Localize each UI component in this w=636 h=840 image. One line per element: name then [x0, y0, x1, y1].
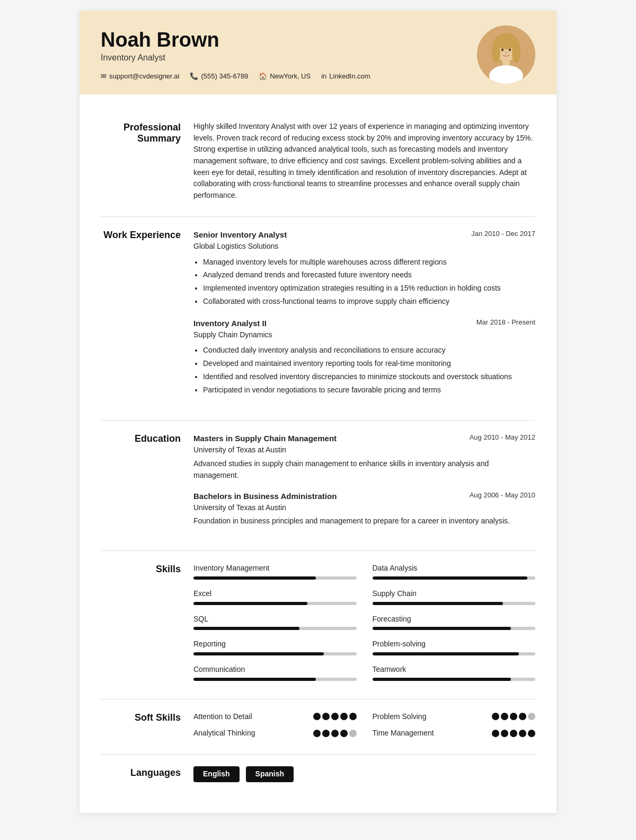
skill-name: Inventory Management: [193, 563, 357, 574]
skill-item: Communication: [193, 664, 357, 681]
work-content: Senior Inventory Analyst Jan 2010 - Dec …: [193, 229, 535, 405]
job-1-bullets: Managed inventory levels for multiple wa…: [203, 257, 535, 308]
languages-section: Languages EnglishSpanish: [101, 766, 535, 782]
svg-point-7: [512, 43, 520, 63]
skill-item: Inventory Management: [193, 563, 357, 580]
soft-skill-name: Problem Solving: [373, 711, 427, 723]
summary-label: Professional Summary: [101, 121, 193, 202]
job-2-header: Inventory Analyst II Mar 2018 - Present: [193, 317, 535, 329]
svg-point-9: [509, 49, 511, 51]
job-1-company: Global Logistics Solutions: [193, 241, 535, 252]
skill-name: Problem-solving: [373, 638, 536, 650]
skill-item: Supply Chain: [373, 588, 536, 605]
soft-skill-name: Attention to Detail: [193, 711, 252, 723]
language-tag: Spanish: [246, 766, 294, 782]
skill-bar-bg: [193, 576, 357, 580]
skill-dots: [313, 730, 357, 737]
list-item: Analyzed demand trends and forecasted fu…: [203, 269, 535, 281]
soft-skill-item: Analytical Thinking: [193, 728, 357, 739]
candidate-title: Inventory Analyst: [101, 53, 477, 63]
skill-item: Forecasting: [373, 614, 536, 631]
filled-dot: [313, 730, 321, 737]
edu-2-institution: University of Texas at Austin: [193, 502, 535, 514]
filled-dot: [349, 713, 357, 720]
skill-item: Problem-solving: [373, 638, 536, 655]
location-contact: 🏠 NewYork, US: [259, 72, 311, 80]
email-contact: ✉ support@cvdesigner.ai: [101, 72, 179, 80]
skill-name: Data Analysis: [373, 563, 536, 574]
skill-bar-fill: [373, 602, 503, 605]
skill-bar-fill: [373, 576, 527, 580]
skill-name: Forecasting: [373, 614, 536, 625]
divider-3: [101, 550, 535, 551]
filled-dot: [322, 730, 330, 737]
resume-body: Professional Summary Highly skilled Inve…: [80, 105, 556, 813]
list-item: Managed inventory levels for multiple wa…: [203, 257, 535, 268]
skill-name: Communication: [193, 664, 357, 676]
filled-dot: [340, 713, 348, 720]
job-2-title: Inventory Analyst II: [193, 317, 267, 329]
skill-bar-bg: [193, 678, 357, 681]
filled-dot: [313, 713, 321, 720]
soft-skill-name: Time Management: [373, 728, 434, 739]
edu-2-header: Bachelors in Business Administration Aug…: [193, 490, 535, 502]
contact-info: ✉ support@cvdesigner.ai 📞 (555) 345-6789…: [101, 72, 477, 80]
languages-list: EnglishSpanish: [193, 766, 535, 782]
soft-skill-item: Problem Solving: [373, 711, 536, 723]
edu-2-description: Foundation in business principles and ma…: [193, 515, 535, 527]
job-2-bullets: Conducted daily inventory analysis and r…: [203, 345, 535, 396]
soft-skills-grid: Attention to DetailProblem SolvingAnalyt…: [193, 711, 535, 739]
edu-1-dates: Aug 2010 - May 2012: [470, 432, 535, 443]
education-label: Education: [101, 432, 193, 536]
skill-bar-bg: [193, 627, 357, 630]
list-item: Conducted daily inventory analysis and r…: [203, 345, 535, 356]
skill-bar-fill: [373, 627, 511, 630]
filled-dot: [492, 713, 499, 720]
edu-1-degree: Masters in Supply Chain Management: [193, 432, 337, 444]
linkedin-contact: in LinkedIn.com: [321, 72, 370, 80]
skill-bar-bg: [193, 652, 357, 655]
filled-dot: [501, 730, 508, 737]
edu-1-description: Advanced studies in supply chain managem…: [193, 458, 535, 481]
summary-section: Professional Summary Highly skilled Inve…: [101, 121, 535, 202]
skill-item: Teamwork: [373, 664, 536, 681]
filled-dot: [501, 713, 508, 720]
skills-section: Skills Inventory Management Data Analysi…: [101, 563, 535, 684]
skill-name: Excel: [193, 588, 357, 600]
skill-bar-fill: [193, 652, 324, 655]
divider-1: [101, 216, 535, 217]
soft-skill-name: Analytical Thinking: [193, 728, 255, 739]
list-item: Collaborated with cross-functional teams…: [203, 296, 535, 308]
svg-point-6: [492, 43, 500, 63]
empty-dot: [528, 713, 535, 720]
skills-grid: Inventory Management Data Analysis Excel…: [193, 563, 535, 684]
header-left: Noah Brown Inventory Analyst ✉ support@c…: [101, 29, 477, 81]
empty-dot: [349, 730, 357, 737]
filled-dot: [510, 713, 517, 720]
skill-item: Reporting: [193, 638, 357, 655]
work-experience-section: Work Experience Senior Inventory Analyst…: [101, 229, 535, 405]
job-1-title: Senior Inventory Analyst: [193, 229, 287, 241]
skill-bar-bg: [193, 602, 357, 605]
filled-dot: [510, 730, 517, 737]
skill-bar-bg: [373, 652, 536, 655]
linkedin-icon: in: [321, 72, 326, 80]
filled-dot: [492, 730, 499, 737]
skills-content: Inventory Management Data Analysis Excel…: [193, 563, 535, 684]
resume-header: Noah Brown Inventory Analyst ✉ support@c…: [80, 11, 556, 94]
skill-bar-fill: [193, 627, 299, 630]
divider-5: [101, 754, 535, 755]
svg-point-8: [501, 49, 504, 51]
candidate-name: Noah Brown: [101, 29, 477, 51]
skill-bar-fill: [373, 678, 511, 681]
soft-skill-item: Attention to Detail: [193, 711, 357, 723]
divider-4: [101, 699, 535, 699]
languages-content: EnglishSpanish: [193, 766, 535, 782]
education-content: Masters in Supply Chain Management Aug 2…: [193, 432, 535, 536]
job-1-header: Senior Inventory Analyst Jan 2010 - Dec …: [193, 229, 535, 241]
candidate-photo: [477, 25, 535, 84]
languages-label: Languages: [101, 766, 193, 782]
skills-label: Skills: [101, 563, 193, 684]
filled-dot: [331, 730, 339, 737]
skill-name: Teamwork: [373, 664, 536, 676]
